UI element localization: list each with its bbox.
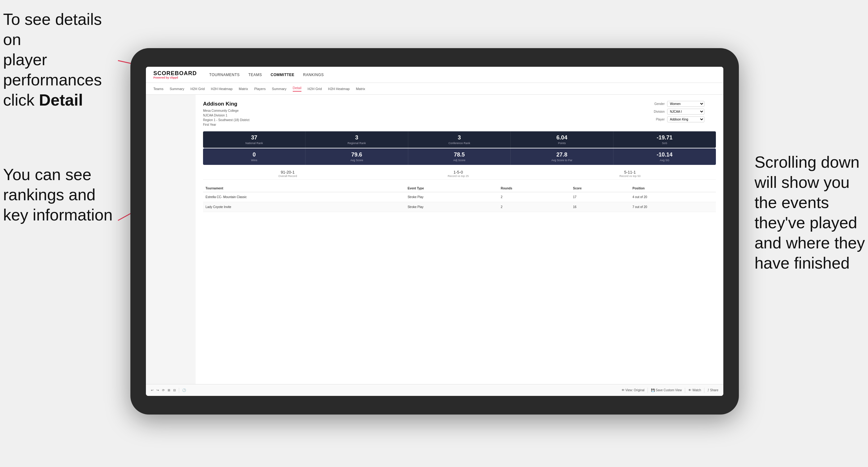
adj-score-label: Adj Score [411, 159, 508, 162]
add-button[interactable]: ⊞ [168, 388, 170, 392]
subnav-teams[interactable]: Teams [153, 87, 163, 91]
sos-value: -19.71 [616, 134, 713, 141]
top25-record: 1-5-0 Record vs top 25 [448, 170, 469, 178]
nav-rankings[interactable]: RANKINGS [303, 73, 324, 77]
rounds-1: 2 [498, 192, 570, 202]
conference-rank-value: 3 [411, 134, 508, 141]
player-college: Mesa Community College [203, 109, 239, 113]
subnav-matrix[interactable]: Matrix [239, 87, 248, 91]
undo-button[interactable]: ↩ [151, 388, 153, 392]
col-tournament: Tournament [203, 185, 405, 192]
player-select[interactable]: Addison King [667, 117, 704, 122]
annotation-top-left: To see details on player performances cl… [3, 9, 121, 110]
sub-nav: Teams Summary H2H Grid H2H Heatmap Matri… [146, 83, 723, 95]
table-row: Lady Coyote Invite Stroke Play 2 16 7 ou… [203, 202, 716, 212]
top50-record: 5-11-1 Record vs top 50 [619, 170, 641, 178]
player-region: Region 1 - Southwest (18) District [203, 118, 250, 122]
redo-button[interactable]: ↪ [156, 388, 159, 392]
event-type-1: Stroke Play [405, 192, 498, 202]
division-filter: Division NJCAA I [648, 109, 716, 115]
logo-text: SCOREBOARD [153, 70, 197, 77]
stat-avg-score: 79.6 Avg Score [306, 148, 408, 165]
division-select[interactable]: NJCAA I [667, 109, 704, 115]
view-icon: 👁 [621, 388, 625, 392]
player-filters: Gender Women Division NJCAA I [648, 101, 716, 122]
nav-teams[interactable]: TEAMS [248, 73, 262, 77]
subnav-summary2[interactable]: Summary [272, 87, 286, 91]
adj-score-value: 78.5 [411, 152, 508, 158]
subnav-h2h-heatmap2[interactable]: H2H Heatmap [328, 87, 350, 91]
position-1: 4 out of 20 [630, 192, 716, 202]
share-icon: ⤴ [708, 388, 709, 392]
watch-button[interactable]: 👁 Watch [688, 388, 701, 392]
subnav-h2h-heatmap[interactable]: H2H Heatmap [211, 87, 232, 91]
wins-label: Wins [206, 159, 303, 162]
save-custom-button[interactable]: 💾 Save Custom View [651, 388, 682, 392]
event-type-2: Stroke Play [405, 202, 498, 212]
overall-record-label: Overall Record [278, 175, 297, 178]
refresh-button[interactable]: ⟳ [162, 388, 164, 392]
player-year: First Year [203, 123, 216, 126]
stat-adj-score: 78.5 Adj Score [408, 148, 511, 165]
sos-label: SoS [616, 142, 713, 145]
remove-button[interactable]: ⊟ [173, 388, 176, 392]
avg-sg-value: -10.14 [616, 152, 713, 158]
tablet-screen: SCOREBOARD Powered by clippd TOURNAMENTS… [146, 67, 723, 396]
subnav-players[interactable]: Players [254, 87, 266, 91]
stat-sos: -19.71 SoS [614, 131, 716, 148]
main-content: Addison King Mesa Community College NJCA… [146, 95, 723, 384]
col-rounds: Rounds [498, 185, 570, 192]
tablet-device: SCOREBOARD Powered by clippd TOURNAMENTS… [130, 48, 739, 414]
score-2: 16 [570, 202, 630, 212]
gender-label: Gender [648, 102, 665, 105]
share-button[interactable]: ⤴ Share [708, 388, 718, 392]
points-value: 6.04 [513, 134, 610, 141]
top-nav: SCOREBOARD Powered by clippd TOURNAMENTS… [146, 67, 723, 83]
division-label: Division [648, 110, 665, 113]
national-rank-label: National Rank [206, 142, 303, 145]
logo: SCOREBOARD Powered by clippd [153, 70, 197, 79]
avg-score-value: 79.6 [308, 152, 405, 158]
subnav-h2h-grid2[interactable]: H2H Grid [308, 87, 322, 91]
subnav-h2h-grid[interactable]: H2H Grid [190, 87, 205, 91]
left-sidebar [146, 95, 195, 384]
score-1: 17 [570, 192, 630, 202]
main-nav: TOURNAMENTS TEAMS COMMITTEE RANKINGS [209, 73, 324, 77]
clock-button[interactable]: 🕐 [182, 388, 186, 392]
player-division: NJCAA Division 1 [203, 114, 227, 117]
avg-sg-label: Avg SG [616, 159, 713, 162]
avg-score-par-label: Avg Score to Par [513, 159, 610, 162]
toolbar-divider [179, 388, 179, 393]
subnav-detail[interactable]: Detail [293, 86, 302, 92]
conference-rank-label: Conference Rank [411, 142, 508, 145]
gender-select[interactable]: Women [667, 101, 704, 107]
nav-committee[interactable]: COMMITTEE [271, 73, 294, 77]
stats-grid-row1: 37 National Rank 3 Regional Rank 3 Confe… [203, 131, 716, 148]
col-event-type: Event Type [405, 185, 498, 192]
wins-value: 0 [206, 152, 303, 158]
col-score: Score [570, 185, 630, 192]
view-original-button[interactable]: 👁 View: Original [621, 388, 645, 392]
tournament-name-1: Estrella CC- Mountain Classic [203, 192, 405, 202]
top25-record-label: Record vs top 25 [448, 175, 469, 178]
toolbar-left: ↩ ↪ ⟳ ⊞ ⊟ 🕐 [151, 388, 186, 393]
subnav-matrix2[interactable]: Matrix [356, 87, 365, 91]
avg-score-par-value: 27.8 [513, 152, 610, 158]
content-panel: Addison King Mesa Community College NJCA… [195, 95, 723, 384]
subnav-summary[interactable]: Summary [169, 87, 184, 91]
col-position: Position [630, 185, 716, 192]
toolbar-divider2 [648, 388, 648, 393]
stat-national-rank: 37 National Rank [203, 131, 306, 148]
stat-regional-rank: 3 Regional Rank [306, 131, 408, 148]
tournament-table: Tournament Event Type Rounds Score Posit… [203, 185, 716, 212]
player-header: Addison King Mesa Community College NJCA… [203, 101, 716, 127]
stat-avg-sg: -10.14 Avg SG [614, 148, 716, 165]
top25-record-value: 1-5-0 [448, 170, 469, 175]
records-row: 91-20-1 Overall Record 1-5-0 Record vs t… [203, 168, 716, 180]
stat-points: 6.04 Points [511, 131, 613, 148]
bottom-toolbar: ↩ ↪ ⟳ ⊞ ⊟ 🕐 👁 View: Original 💾 Save Cust… [146, 384, 723, 396]
table-row: Estrella CC- Mountain Classic Stroke Pla… [203, 192, 716, 202]
avg-score-label: Avg Score [308, 159, 405, 162]
gender-filter: Gender Women [648, 101, 716, 107]
nav-tournaments[interactable]: TOURNAMENTS [209, 73, 240, 77]
